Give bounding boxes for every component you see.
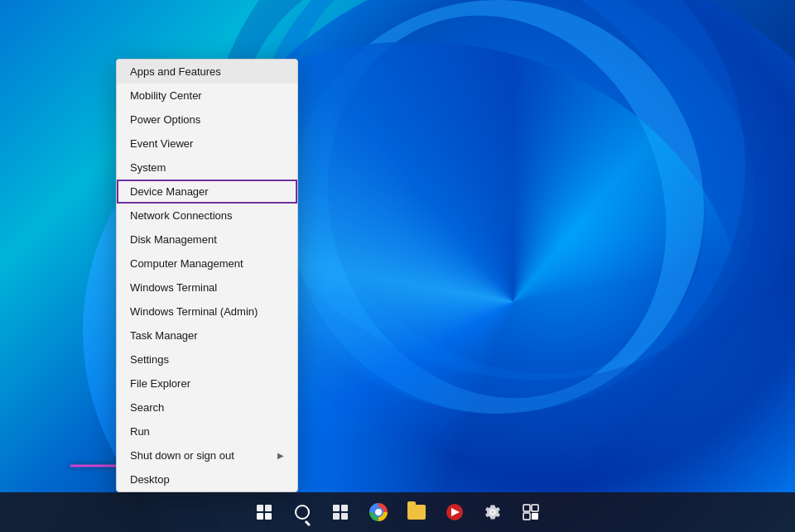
- desktop: Apps and Features Mobility Center Power …: [0, 0, 795, 532]
- faststone-icon: [446, 503, 464, 521]
- menu-item-windows-terminal-admin[interactable]: Windows Terminal (Admin): [117, 300, 297, 324]
- file-explorer-button[interactable]: [398, 494, 435, 530]
- menu-item-apps-features[interactable]: Apps and Features: [117, 60, 297, 84]
- chrome-icon: [369, 503, 388, 521]
- menu-item-disk-management[interactable]: Disk Management: [117, 228, 297, 252]
- faststone-button[interactable]: [436, 494, 473, 530]
- chrome-button[interactable]: [360, 494, 397, 530]
- menu-item-run[interactable]: Run: [117, 419, 297, 443]
- menu-item-settings[interactable]: Settings: [117, 347, 297, 371]
- svg-rect-2: [341, 505, 348, 511]
- search-button[interactable]: [284, 494, 320, 530]
- menu-item-windows-terminal[interactable]: Windows Terminal: [117, 276, 297, 300]
- menu-item-task-manager[interactable]: Task Manager: [117, 324, 297, 347]
- menu-item-device-manager[interactable]: Device Manager: [117, 180, 297, 204]
- svg-rect-10: [532, 513, 538, 520]
- svg-rect-7: [523, 505, 530, 511]
- svg-rect-3: [333, 513, 340, 520]
- menu-item-file-explorer[interactable]: File Explorer: [117, 371, 297, 395]
- svg-rect-4: [341, 513, 348, 520]
- menu-item-desktop[interactable]: Desktop: [117, 467, 297, 491]
- start-button[interactable]: [246, 494, 282, 530]
- context-menu: Apps and Features Mobility Center Power …: [116, 59, 298, 492]
- submenu-arrow-icon: ▶: [277, 451, 284, 460]
- taskbar: [0, 492, 795, 532]
- svg-rect-1: [333, 505, 340, 511]
- taskmanager-button[interactable]: [513, 494, 549, 530]
- menu-item-mobility-center[interactable]: Mobility Center: [117, 84, 297, 108]
- task-view-button[interactable]: [322, 494, 359, 530]
- menu-item-network-connections[interactable]: Network Connections: [117, 204, 297, 228]
- search-icon: [295, 505, 310, 520]
- taskbar-icon-group: [246, 494, 549, 530]
- task-view-icon: [333, 505, 348, 520]
- windows-icon: [257, 505, 272, 520]
- settings-button[interactable]: [475, 494, 511, 530]
- menu-item-event-viewer[interactable]: Event Viewer: [117, 132, 297, 156]
- menu-item-computer-management[interactable]: Computer Management: [117, 252, 297, 276]
- folder-icon: [407, 505, 426, 520]
- settings-icon: [484, 504, 501, 520]
- menu-item-system[interactable]: System: [117, 156, 297, 180]
- menu-item-shut-down[interactable]: Shut down or sign out ▶: [117, 443, 297, 467]
- menu-item-power-options[interactable]: Power Options: [117, 108, 297, 132]
- menu-item-search[interactable]: Search: [117, 395, 297, 419]
- svg-rect-8: [532, 505, 538, 511]
- taskmanager-icon: [523, 504, 539, 520]
- svg-rect-9: [523, 513, 530, 520]
